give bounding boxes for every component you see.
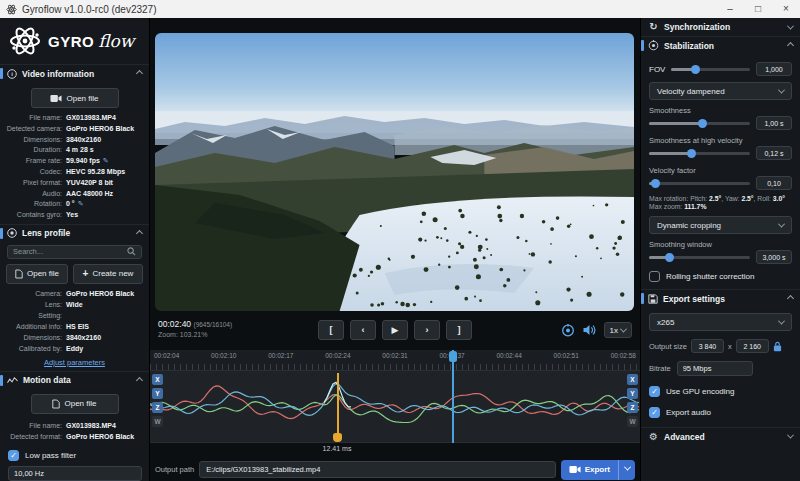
volume-icon[interactable]	[583, 324, 596, 336]
chevron-down-icon	[623, 464, 630, 471]
lens-search-input[interactable]	[13, 247, 127, 256]
fov-label: FOV	[649, 65, 665, 74]
timestamp: 00:02:17	[268, 352, 293, 359]
playhead[interactable]	[452, 350, 454, 443]
section-export-settings[interactable]: Export settings	[641, 289, 800, 307]
output-path-input[interactable]	[199, 461, 555, 478]
main-area: 00:02:40 (9645/16104) Zoom: 103.21% [ ‹ …	[150, 18, 640, 481]
gyroflow-logo: GYRO flow	[0, 18, 149, 64]
bitrate-input[interactable]	[677, 361, 753, 376]
open-file-label: Open file	[64, 399, 96, 408]
export-button[interactable]: Export	[561, 460, 635, 480]
axis-x-button[interactable]: X	[627, 374, 638, 385]
open-file-label: Open file	[66, 94, 98, 103]
info-row: Setting:	[0, 310, 149, 321]
smoothing-method-dropdown[interactable]: Velocity dampened	[649, 82, 792, 100]
sync-marker-pin[interactable]	[333, 433, 342, 442]
chevron-down-icon	[778, 317, 785, 324]
play-button[interactable]: ▶	[382, 320, 408, 340]
sync-offset-label: 12.41 ms	[323, 445, 352, 452]
save-icon	[648, 294, 658, 304]
axis-x-button[interactable]: X	[152, 374, 163, 385]
smoothness-label: Smoothness	[649, 106, 792, 115]
section-motion-data[interactable]: Motion data	[0, 371, 149, 389]
rolling-shutter-label: Rolling shutter correction	[666, 272, 754, 281]
axis-w-button[interactable]: W	[152, 416, 163, 427]
cropping-mode-dropdown[interactable]: Dynamic cropping	[649, 216, 792, 234]
size-separator: x	[728, 342, 732, 351]
gpu-encoding-checkbox[interactable]: ✓	[649, 386, 660, 397]
low-pass-filter-checkbox[interactable]: ✓	[8, 450, 19, 461]
section-video-information[interactable]: i Video information	[0, 64, 149, 82]
smoothness-slider[interactable]	[649, 122, 750, 125]
stabilization-toggle-icon[interactable]	[561, 324, 575, 337]
aspect-lock-icon[interactable]	[773, 341, 782, 352]
motion-data-rows: File name:GX013983.MP4 Detected format:G…	[0, 420, 149, 443]
next-frame-button[interactable]: ›	[414, 320, 440, 340]
output-height-field[interactable]: 2 160	[736, 339, 769, 353]
edit-pencil-icon[interactable]: ✎	[103, 156, 109, 167]
lens-open-file-button[interactable]: Open file	[6, 264, 68, 284]
minimize-button[interactable]: –	[716, 0, 744, 18]
close-button[interactable]: ×	[772, 0, 800, 18]
video-camera-icon	[50, 94, 62, 103]
smoothness-value[interactable]: 1,00 s	[756, 116, 792, 130]
section-stabilization[interactable]: Stabilization	[641, 36, 800, 54]
smoothness-hv-value[interactable]: 0,12 s	[756, 146, 792, 160]
axis-z-button[interactable]: Z	[152, 402, 163, 413]
motion-open-file-button[interactable]: Open file	[31, 394, 119, 414]
info-row: Lens:Wide	[0, 299, 149, 310]
section-synchronization[interactable]: ↻ Synchronization	[641, 18, 800, 36]
fov-slider[interactable]	[671, 68, 750, 71]
sync-point-marker[interactable]	[337, 373, 339, 436]
app-window: GYRO flow i Video information Open file	[0, 18, 800, 481]
section-lens-profile[interactable]: Lens profile	[0, 224, 149, 242]
speed-label: 1x	[610, 326, 618, 335]
section-advanced[interactable]: ⚙ Advanced	[641, 427, 800, 445]
lens-create-new-button[interactable]: + Create new	[73, 264, 143, 284]
video-frame[interactable]	[155, 33, 634, 311]
fov-value[interactable]: 1,000	[756, 62, 792, 76]
edit-pencil-icon[interactable]: ✎	[78, 199, 84, 210]
lens-search-box[interactable]	[7, 245, 142, 259]
motion-chart-icon	[7, 376, 18, 385]
export-options-dropdown[interactable]	[619, 460, 635, 480]
app-logo-icon	[6, 4, 17, 15]
sync-icon: ↻	[648, 22, 659, 32]
section-accent-bar	[641, 40, 644, 51]
trim-start-button[interactable]: [	[318, 320, 344, 340]
axis-y-button[interactable]: Y	[152, 388, 163, 399]
max-zoom-label: Max zoom:	[649, 203, 682, 210]
velocity-factor-slider[interactable]	[649, 182, 750, 185]
playhead-handle[interactable]	[449, 351, 457, 362]
axis-w-button[interactable]: W	[627, 416, 638, 427]
video-open-file-button[interactable]: Open file	[31, 88, 119, 108]
maximize-button[interactable]: □	[744, 0, 772, 18]
codec-dropdown[interactable]: x265	[649, 313, 792, 331]
velocity-factor-value[interactable]: 0,10	[756, 176, 792, 190]
export-audio-checkbox[interactable]: ✓	[649, 407, 660, 418]
timeline-ruler[interactable]: 00:02:04 00:02:10 00:02:17 00:02:24 00:0…	[150, 350, 640, 370]
gear-icon: ⚙	[648, 432, 659, 442]
smoothing-window-value[interactable]: 3,000 s	[756, 250, 792, 264]
low-pass-frequency-input[interactable]	[8, 466, 142, 481]
axis-y-button[interactable]: Y	[627, 388, 638, 399]
adjust-parameters-link[interactable]: Adjust parameters	[0, 358, 149, 367]
prev-frame-button[interactable]: ‹	[350, 320, 376, 340]
axis-z-button[interactable]: Z	[627, 402, 638, 413]
rolling-shutter-checkbox[interactable]	[649, 271, 660, 282]
smoothness-hv-slider[interactable]	[649, 152, 750, 155]
bitrate-label: Bitrate	[649, 364, 671, 373]
info-row: Pixel format:YUV420P 8 bit	[0, 178, 149, 189]
output-size-label: Output size	[649, 342, 687, 351]
create-new-label: Create new	[92, 269, 133, 278]
trim-end-button[interactable]: ]	[446, 320, 472, 340]
output-width-field[interactable]: 3 840	[691, 339, 724, 353]
info-row: Duration:4 m 28 s	[0, 145, 149, 156]
info-row: Detected camera:GoPro HERO6 Black	[0, 124, 149, 135]
playback-speed-button[interactable]: 1x	[604, 322, 632, 338]
timestamp: 00:02:24	[325, 352, 350, 359]
gyro-timeline-chart[interactable]: X Y Z W X Y Z W	[150, 370, 640, 443]
svg-text:i: i	[11, 71, 13, 77]
smoothing-window-slider[interactable]	[649, 256, 750, 259]
